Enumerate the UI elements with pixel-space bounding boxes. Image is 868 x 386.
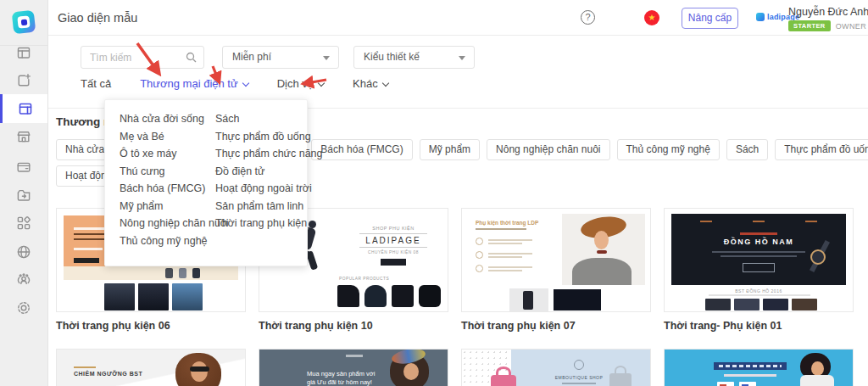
tab-service[interactable]: Dịch vụ xyxy=(277,77,324,90)
dropdown-item[interactable]: Sản phẩm tâm linh xyxy=(215,200,323,212)
template-grid-row-2: CHIÊM NGƯỠNG BST Mua ngay sản phẩm với g… xyxy=(56,349,854,386)
user-name: Nguyễn Đức Anh xyxy=(788,6,868,18)
ecommerce-category-dropdown: Nhà cửa đời sống Mẹ và Bé Ô tô xe máy Th… xyxy=(104,99,308,266)
chip[interactable]: Bách hóa (FMCG) xyxy=(311,139,412,160)
tab-ecommerce[interactable]: Thương mại điện tử xyxy=(140,77,248,90)
dropdown-item[interactable]: Hoạt động ngoài trời xyxy=(215,182,323,194)
checkout-icon xyxy=(15,159,32,176)
template-thumbnail: ĐỒNG HỒ NAM BST ĐỒNG HỒ 2016 xyxy=(664,208,854,312)
category-tabs: Tất cả Thương mại điện tử Dịch vụ Khác xyxy=(81,77,388,90)
template-thumbnail: CHIÊM NGƯỠNG BST xyxy=(56,349,246,386)
chevron-down-icon xyxy=(318,80,325,87)
sidebar-item-domain[interactable] xyxy=(0,238,47,266)
dropdown-item[interactable]: Nhà cửa đời sống xyxy=(120,113,229,125)
preview-subtitle: CHUYÊN PHỤ KIỆN 08 xyxy=(354,250,432,255)
dropdown-item[interactable]: Nông nghiệp chăn nuôi xyxy=(120,217,229,229)
caret-down-icon xyxy=(323,56,330,60)
sidebar-item-funnel[interactable] xyxy=(0,181,47,209)
team-icon xyxy=(15,271,32,288)
chip[interactable]: Sách xyxy=(726,139,768,160)
template-card[interactable] xyxy=(664,349,854,386)
search-box xyxy=(81,46,204,69)
chip[interactable]: Nông nghiệp chăn nuôi xyxy=(487,139,609,160)
sidebar-item-apps[interactable] xyxy=(0,209,47,237)
top-header: Giao diện mẫu ? ★ Nâng cấp ladipage Nguy… xyxy=(48,0,868,36)
chip[interactable]: Thủ công mỹ nghệ xyxy=(617,139,720,160)
design-type-value: Kiểu thiết kế xyxy=(364,51,420,63)
preview-headline: ĐỒNG HỒ NAM xyxy=(671,238,846,246)
template-card[interactable]: CHIÊM NGƯỠNG BST xyxy=(56,349,246,386)
sidebar xyxy=(0,0,48,386)
template-name: Thời trang- Phụ kiện 01 xyxy=(664,320,854,332)
chip[interactable]: Thực phẩm đồ uống xyxy=(775,139,868,160)
preview-kicker: SHOP PHỤ KIỆN xyxy=(354,226,432,231)
template-name: Thời trang phụ kiện 06 xyxy=(56,320,246,332)
dropdown-item[interactable]: Bách hóa (FMCG) xyxy=(120,182,229,194)
tab-all[interactable]: Tất cả xyxy=(81,77,111,90)
dropdown-item[interactable]: Thủ công mỹ nghệ xyxy=(120,235,229,247)
dropdown-item[interactable]: Mỹ phẩm xyxy=(120,200,229,212)
dropdown-item[interactable]: Sách xyxy=(215,113,323,125)
dropdown-item[interactable]: Thời trang phụ kiện xyxy=(215,217,323,229)
preview-brand: EMBOUTIQUE SHOP xyxy=(538,375,620,380)
chip[interactable]: Mỹ phẩm xyxy=(420,139,480,160)
preview-brand: LADIPAGE xyxy=(359,233,427,248)
sidebar-item-templates[interactable] xyxy=(0,94,47,123)
create-page-icon xyxy=(15,72,32,89)
design-type-select[interactable]: Kiểu thiết kế xyxy=(353,46,475,69)
dropdown-item[interactable]: Mẹ và Bé xyxy=(120,131,229,143)
settings-icon xyxy=(15,299,32,316)
ladipage-brand-icon xyxy=(756,13,765,21)
user-role: OWNER xyxy=(836,22,867,31)
tab-other[interactable]: Khác xyxy=(353,77,388,90)
store-icon xyxy=(15,128,32,145)
dropdown-column-1: Nhà cửa đời sống Mẹ và Bé Ô tô xe máy Th… xyxy=(120,113,229,252)
templates-icon xyxy=(17,100,34,117)
domain-icon xyxy=(15,243,32,260)
chevron-down-icon xyxy=(242,80,248,87)
upgrade-button[interactable]: Nâng cấp xyxy=(682,8,738,29)
template-thumbnail: Phụ kiện thời trang LDP xyxy=(461,208,651,312)
template-card[interactable]: ĐỒNG HỒ NAM BST ĐỒNG HỒ 2016 Thời trang-… xyxy=(664,208,854,332)
preview-headline: CHIÊM NGƯỠNG BST xyxy=(74,371,142,377)
preview-line2: giá Ưu đãi từ hôm nay! xyxy=(307,378,372,386)
preview-footer: BST ĐỒNG HỒ 2016 xyxy=(665,288,853,294)
search-icon xyxy=(186,52,197,63)
dropdown-column-2: Sách Thực phẩm đồ uống Thực phẩm chức nă… xyxy=(215,113,323,235)
ladipage-logo-icon xyxy=(12,10,36,35)
template-card[interactable]: EMBOUTIQUE SHOP xyxy=(461,349,651,386)
dropdown-item[interactable]: Ô tô xe máy xyxy=(120,148,229,159)
template-card[interactable]: Mua ngay sản phẩm với giá Ưu đãi từ hôm … xyxy=(259,349,448,386)
template-thumbnail: Mua ngay sản phẩm với giá Ưu đãi từ hôm … xyxy=(259,349,448,386)
preview-line1: Mua ngay sản phẩm với xyxy=(307,370,375,378)
sidebar-item-create-page[interactable] xyxy=(0,66,47,94)
dropdown-item[interactable]: Thực phẩm chức năng xyxy=(215,148,323,159)
search-input[interactable] xyxy=(90,48,183,67)
dropdown-item[interactable]: Thú cưng xyxy=(120,165,229,177)
template-thumbnail xyxy=(664,349,854,386)
caret-down-icon xyxy=(459,56,465,60)
page-title: Giao diện mẫu xyxy=(58,11,137,25)
template-name: Thời trang phụ kiện 07 xyxy=(461,320,651,332)
preview-products-label: POPULAR PRODUCTS xyxy=(339,277,389,281)
user-menu[interactable]: Nguyễn Đức Anh STARTER OWNER xyxy=(788,6,868,31)
sidebar-item-checkout[interactable] xyxy=(0,153,47,181)
pages-icon xyxy=(15,44,32,61)
sidebar-item-settings[interactable] xyxy=(0,294,47,322)
plan-badge: STARTER xyxy=(788,20,831,31)
dropdown-item[interactable]: Thực phẩm đồ uống xyxy=(215,131,323,143)
apps-icon xyxy=(15,215,32,232)
price-filter-value: Miễn phí xyxy=(232,51,271,63)
template-card[interactable]: Phụ kiện thời trang LDP Thời trang phụ k… xyxy=(461,208,651,332)
help-icon[interactable]: ? xyxy=(581,10,595,25)
sidebar-item-pages[interactable] xyxy=(0,38,47,66)
sidebar-item-team[interactable] xyxy=(0,266,47,294)
price-filter-select[interactable]: Miễn phí xyxy=(222,46,339,69)
funnel-icon xyxy=(15,187,32,204)
app-window: Giao diện mẫu ? ★ Nâng cấp ladipage Nguy… xyxy=(0,0,868,386)
sidebar-item-store[interactable] xyxy=(0,122,47,150)
chevron-down-icon xyxy=(381,80,388,87)
template-thumbnail: EMBOUTIQUE SHOP xyxy=(461,349,651,386)
hot-star-icon[interactable]: ★ xyxy=(644,10,659,25)
dropdown-item[interactable]: Đồ điện tử xyxy=(215,165,323,177)
